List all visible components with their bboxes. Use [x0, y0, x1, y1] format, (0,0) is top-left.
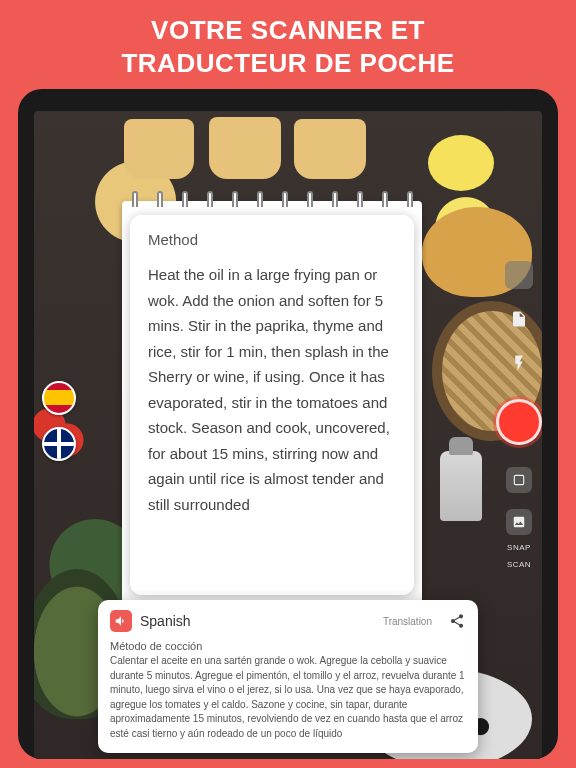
- translation-card[interactable]: Spanish Translation Método de cocción Ca…: [98, 600, 478, 753]
- target-language-flag[interactable]: [42, 427, 76, 461]
- promo-headline: VOTRE SCANNER ET TRADUCTEUR DE POCHE: [101, 0, 474, 89]
- recent-capture-button[interactable]: [506, 467, 532, 493]
- scanned-text-card[interactable]: Method Heat the oil in a large frying pa…: [130, 215, 414, 595]
- mode-scan-label[interactable]: SCAN: [507, 560, 531, 569]
- translation-section-label: Translation: [383, 616, 432, 627]
- document-button[interactable]: [505, 305, 533, 333]
- translation-language: Spanish: [140, 613, 375, 629]
- headline-line-1: VOTRE SCANNER ET: [121, 14, 454, 47]
- translation-body: Calentar el aceite en una sartén grande …: [110, 654, 466, 741]
- settings-button[interactable]: [505, 261, 533, 289]
- speaker-button[interactable]: [110, 610, 132, 632]
- toast-decor: [209, 117, 281, 179]
- translation-header: Spanish Translation: [110, 610, 466, 632]
- square-icon: [512, 473, 526, 487]
- device-frame: Method Heat the oil in a large frying pa…: [18, 89, 558, 759]
- speaker-icon: [114, 614, 128, 628]
- share-button[interactable]: [448, 612, 466, 630]
- app-screenshot: Method Heat the oil in a large frying pa…: [34, 111, 542, 759]
- svg-rect-0: [514, 475, 523, 484]
- share-icon: [449, 613, 465, 629]
- flash-button[interactable]: [505, 349, 533, 377]
- document-icon: [510, 310, 528, 328]
- headline-line-2: TRADUCTEUR DE POCHE: [121, 47, 454, 80]
- toast-decor: [294, 119, 366, 179]
- shutter-button[interactable]: [496, 399, 542, 445]
- salt-shaker-decor: [440, 451, 482, 521]
- camera-side-controls: SNAP SCAN: [502, 261, 536, 569]
- translation-title: Método de cocción: [110, 640, 466, 652]
- promo-page: VOTRE SCANNER ET TRADUCTEUR DE POCHE Met…: [0, 0, 576, 768]
- image-icon: [512, 515, 526, 529]
- gallery-button[interactable]: [506, 509, 532, 535]
- lemon-decor: [428, 135, 494, 191]
- flash-icon: [510, 354, 528, 372]
- source-language-flag[interactable]: [42, 381, 76, 415]
- toast-decor: [124, 119, 194, 179]
- scanned-body: Heat the oil in a large frying pan or wo…: [148, 262, 396, 517]
- scanned-heading: Method: [148, 231, 396, 248]
- mode-snap-label[interactable]: SNAP: [507, 543, 531, 552]
